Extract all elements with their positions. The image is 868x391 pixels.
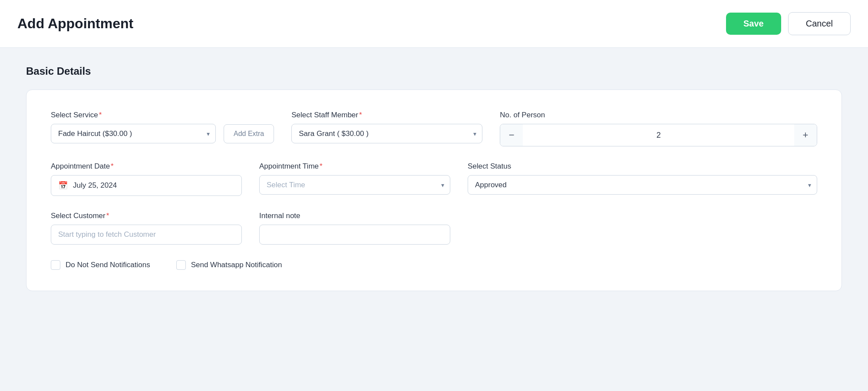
form-row-3: Select Customer* Internal note [51,212,817,245]
content-area: Basic Details Select Service* Fade Hairc… [0,48,868,308]
staff-group: Select Staff Member* Sara Grant ( $30.00… [291,111,482,143]
person-value: 2 [523,131,794,140]
checkbox-row: Do Not Send Notifications Send Whatsapp … [51,260,817,270]
customer-group: Select Customer* [51,212,242,245]
person-label: No. of Person [500,111,817,119]
person-controls: − 2 + [500,124,817,146]
time-group: Appointment Time* Select Time ▾ [259,162,450,195]
service-required-star: * [99,111,102,119]
section-title: Basic Details [26,65,842,77]
staff-label: Select Staff Member* [291,111,482,119]
customer-required-star: * [106,212,109,220]
date-input-wrapper[interactable]: 📅 July 25, 2024 [51,175,242,196]
save-button[interactable]: Save [726,13,781,35]
header: Add Appointment Save Cancel [0,0,868,48]
form-card: Select Service* Fade Haircut ($30.00 ) ▾… [26,89,842,291]
page-title: Add Appointment [17,16,133,32]
service-row: Fade Haircut ($30.00 ) ▾ Add Extra [51,124,274,143]
whatsapp-notification-checkbox[interactable] [176,260,186,270]
header-actions: Save Cancel [726,12,851,35]
status-select-wrapper: Approved ▾ [468,175,817,195]
date-group: Appointment Date* 📅 July 25, 2024 [51,162,242,196]
cancel-button[interactable]: Cancel [788,12,851,35]
date-label: Appointment Date* [51,162,242,171]
whatsapp-notification-label: Send Whatsapp Notification [191,261,282,269]
page-wrapper: Add Appointment Save Cancel Basic Detail… [0,0,868,391]
calendar-icon: 📅 [58,181,68,190]
no-notifications-checkbox[interactable] [51,260,60,270]
service-select-wrapper: Fade Haircut ($30.00 ) ▾ [51,124,216,143]
no-notifications-checkbox-group[interactable]: Do Not Send Notifications [51,260,150,270]
form-row-2: Appointment Date* 📅 July 25, 2024 Appoin… [51,162,817,196]
status-group: Select Status Approved ▾ [468,162,817,195]
person-increment-button[interactable]: + [794,124,817,146]
staff-select[interactable]: Sara Grant ( $30.00 ) [291,124,482,143]
time-select-wrapper: Select Time ▾ [259,175,450,195]
status-label: Select Status [468,162,817,171]
person-group: No. of Person − 2 + [500,111,817,146]
service-label: Select Service* [51,111,274,119]
service-select[interactable]: Fade Haircut ($30.00 ) [51,124,216,143]
whatsapp-notification-checkbox-group[interactable]: Send Whatsapp Notification [176,260,282,270]
note-group: Internal note [259,212,450,245]
time-select[interactable]: Select Time [259,175,450,195]
form-row-1: Select Service* Fade Haircut ($30.00 ) ▾… [51,111,817,146]
note-label: Internal note [259,212,450,220]
staff-required-star: * [359,111,362,119]
date-required-star: * [111,162,114,170]
add-extra-button[interactable]: Add Extra [224,124,274,143]
customer-input[interactable] [51,225,242,245]
time-required-star: * [320,162,323,170]
person-decrement-button[interactable]: − [500,124,523,146]
note-input[interactable] [259,225,450,245]
status-select[interactable]: Approved [468,175,817,195]
date-value: July 25, 2024 [73,181,117,190]
no-notifications-label: Do Not Send Notifications [66,261,150,269]
staff-select-wrapper: Sara Grant ( $30.00 ) ▾ [291,124,482,143]
customer-label: Select Customer* [51,212,242,220]
time-label: Appointment Time* [259,162,450,171]
